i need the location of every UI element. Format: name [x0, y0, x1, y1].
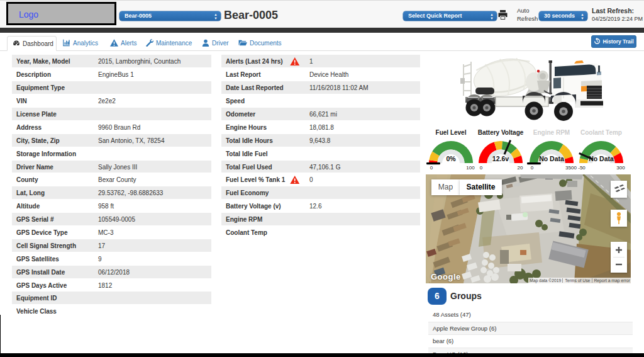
svg-text:0: 0 [531, 165, 534, 171]
svg-text:No Data: No Data [539, 155, 564, 162]
svg-text:-50: -50 [578, 165, 586, 171]
svg-text:300: 300 [616, 165, 625, 171]
svg-text:0: 0 [480, 165, 483, 171]
svg-text:12.6v: 12.6v [492, 155, 509, 162]
svg-text:0: 0 [430, 165, 433, 171]
svg-text:20: 20 [518, 165, 523, 171]
svg-text:No Data: No Data [589, 155, 614, 162]
svg-text:0%: 0% [446, 155, 456, 162]
